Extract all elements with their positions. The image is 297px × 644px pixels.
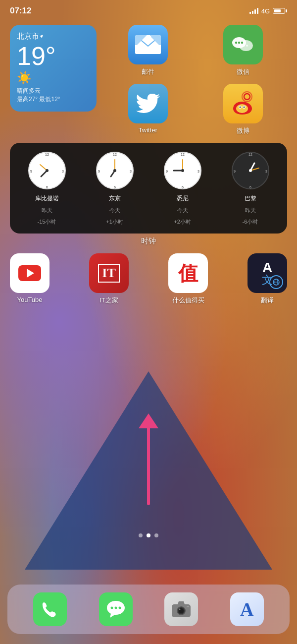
app-weibo[interactable]: 微博 [199,84,288,135]
clock-kubino-name: 库比提诺 [35,194,59,203]
home-screen: 北京市 19° ☀️ 晴间多云 最高27° 最低12° [0,25,297,315]
svg-point-10 [236,104,248,113]
page-dot-2[interactable] [147,533,150,537]
battery-icon [273,8,287,14]
svg-point-5 [241,42,243,44]
weather-widget[interactable]: 北京市 19° ☀️ 晴间多云 最高27° 最低12° [10,25,97,112]
weather-temp: 19° [17,43,90,69]
it-home-label: IT之家 [99,296,118,305]
translate-label: 翻译 [261,296,274,305]
clock-tokyo-day: 今天 [109,207,120,214]
dock-messages[interactable] [99,592,133,626]
messages-icon [99,592,133,626]
arrow-line [147,426,150,505]
clock-app-label: 时钟 [10,236,287,246]
clock-paris-offset: -6小时 [243,218,258,226]
status-bar: 07:12 4G [0,0,297,22]
page-dots [139,533,158,537]
app-translate[interactable]: A 文 翻译 [248,253,287,305]
svg-text:3: 3 [198,170,199,173]
twitter-icon [128,84,168,123]
app-wechat[interactable]: 微信 [199,25,288,76]
svg-rect-0 [135,35,161,54]
app-smzdm[interactable]: 值 什么值得买 [168,253,208,305]
dock-dictionary[interactable]: A [230,592,264,626]
twitter-label: Twitter [139,126,157,134]
status-time: 07:12 [10,6,31,16]
svg-text:3: 3 [130,170,132,173]
svg-text:6: 6 [182,185,184,189]
row3: YouTube IT IT之家 值 什么值得买 A 文 [10,253,287,305]
svg-text:6: 6 [114,185,116,189]
weather-city: 北京市 [17,32,90,41]
clock-paris-day: 昨天 [245,207,256,214]
clock-tokyo-offset: +1小时 [106,218,123,226]
svg-text:12: 12 [248,153,252,156]
svg-text:12: 12 [113,153,117,156]
clock-sydney-offset: +2小时 [174,218,191,226]
dock-camera[interactable] [164,592,198,626]
svg-text:9: 9 [234,170,236,173]
svg-text:9: 9 [30,170,32,173]
svg-point-22 [46,169,49,172]
app-twitter[interactable]: Twitter [104,84,192,135]
page-dot-1[interactable] [139,533,143,537]
clock-paris: 12 3 6 9 巴黎 昨天 -6小时 [231,151,270,226]
svg-text:9: 9 [166,170,168,173]
svg-text:3: 3 [62,170,64,173]
mail-label: 邮件 [142,67,154,76]
weather-desc: 晴间多云 [17,87,90,95]
svg-text:12: 12 [181,153,185,156]
svg-rect-58 [187,606,189,607]
svg-point-6 [243,45,245,47]
clock-kubino-offset: -15小时 [38,218,56,226]
it-home-icon: IT [89,253,129,293]
svg-point-57 [179,609,181,610]
svg-text:6: 6 [46,185,48,189]
clock-paris-name: 巴黎 [245,194,256,203]
wechat-label: 微信 [237,67,249,76]
clock-kubino: 12 3 6 9 库比提诺 昨天 -15小时 [27,151,67,226]
svg-point-4 [238,42,240,44]
mail-icon [128,25,168,64]
svg-point-13 [240,107,241,108]
smzdm-icon: 值 [168,253,208,293]
svg-point-38 [181,169,184,172]
status-icons: 4G [249,7,287,15]
weather-sun-icon: ☀️ [17,71,90,85]
wechat-icon [223,25,263,64]
dock: A [7,585,290,634]
svg-point-52 [118,607,121,609]
svg-point-14 [244,107,245,108]
row1: 北京市 19° ☀️ 晴间多云 最高27° 最低12° [10,25,287,135]
svg-text:6: 6 [249,185,251,189]
arrow-head [139,413,158,428]
signal-icon [249,8,258,14]
page-dot-3[interactable] [154,533,158,537]
svg-point-3 [235,42,237,44]
youtube-icon [10,253,50,293]
app-mail[interactable]: 邮件 [104,25,192,76]
weather-range: 最高27° 最低12° [17,95,90,104]
clock-tokyo: 12 3 6 9 东京 今天 +1小时 [95,151,135,226]
camera-icon [164,592,198,626]
clock-tokyo-name: 东京 [109,194,121,203]
clock-kubino-day: 昨天 [42,207,52,214]
svg-point-8 [244,94,250,100]
dock-phone[interactable] [33,592,67,626]
smzdm-label: 什么值得买 [172,296,204,305]
app-it-home[interactable]: IT IT之家 [89,253,129,305]
weibo-icon [223,84,263,123]
clock-sydney-name: 悉尼 [177,194,189,203]
svg-point-46 [249,169,252,172]
svg-text:3: 3 [265,170,267,173]
svg-point-51 [114,607,117,609]
svg-point-7 [246,45,248,47]
weibo-label: 微博 [237,126,249,135]
swipe-arrow [147,426,150,505]
network-type: 4G [261,7,270,15]
clock-widget[interactable]: 12 3 6 9 库比提诺 昨天 -15小时 12 3 6 9 [10,143,287,234]
clock-sydney-day: 今天 [177,207,188,214]
app-youtube[interactable]: YouTube [10,253,50,305]
svg-point-30 [113,169,116,172]
